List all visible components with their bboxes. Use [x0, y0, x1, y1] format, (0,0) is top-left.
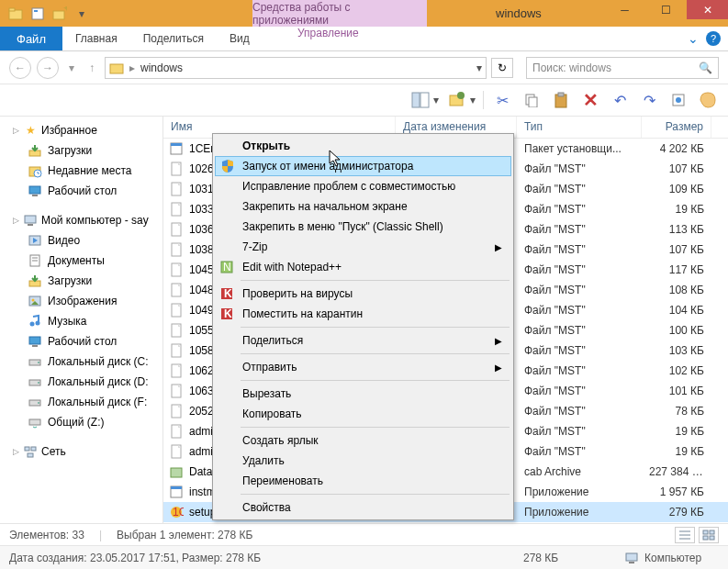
menu-item[interactable]: Отправить▶: [215, 357, 511, 377]
sidebar-item[interactable]: Общий (Z:): [0, 412, 162, 432]
delete-icon[interactable]: ✕: [579, 89, 601, 111]
column-type[interactable]: Тип: [517, 117, 642, 138]
navigation-bar: ← → ▾ ↑ ▸ windows ▾ ↻ Поиск: windows 🔍: [0, 51, 728, 84]
sidebar-item[interactable]: Загрузки: [0, 271, 162, 291]
layout-dropdown-icon[interactable]: ▾: [433, 94, 439, 106]
sidebar-item[interactable]: Локальный диск (F:: [0, 392, 162, 412]
menu-item[interactable]: Закрепить в меню "Пуск" (Classic Shell): [215, 217, 511, 237]
file-type: Файл "MST": [517, 324, 642, 337]
organize-dropdown-icon[interactable]: ▾: [470, 94, 476, 106]
file-icon: [169, 182, 184, 196]
paste-icon[interactable]: [550, 89, 572, 111]
quick-access-toolbar: ✦ ▾: [0, 4, 92, 24]
sidebar-item[interactable]: Музыка: [0, 311, 162, 331]
drive-icon: [28, 374, 42, 389]
sidebar-item[interactable]: Загрузки: [0, 140, 162, 161]
menu-item[interactable]: KПоместить на карантин: [215, 304, 511, 324]
organize-icon[interactable]: [446, 89, 468, 111]
sidebar-item[interactable]: Рабочий стол: [0, 331, 162, 351]
svg-point-30: [32, 299, 35, 302]
svg-point-38: [38, 382, 39, 384]
column-size[interactable]: Размер: [642, 117, 711, 138]
tab-home[interactable]: Главная: [62, 27, 130, 50]
tab-view[interactable]: Вид: [217, 27, 263, 50]
ribbon-expand-icon[interactable]: ⌄: [688, 31, 699, 46]
file-tab[interactable]: Файл: [0, 27, 62, 50]
details-view-button[interactable]: [675, 527, 695, 543]
context-menu: ОткрытьЗапуск от имени администратораИсп…: [212, 133, 514, 520]
svg-rect-46: [171, 143, 182, 146]
menu-item[interactable]: Переименовать: [215, 471, 511, 491]
sidebar-item[interactable]: Видео: [0, 230, 162, 251]
tab-share[interactable]: Поделиться: [130, 27, 217, 50]
new-folder-icon[interactable]: ✦: [50, 4, 70, 24]
menu-item[interactable]: Закрепить на начальном экране: [215, 196, 511, 217]
menu-item[interactable]: Поделиться▶: [215, 330, 511, 351]
sidebar-item[interactable]: Локальный диск (D:: [0, 372, 162, 392]
minimize-button[interactable]: ─: [604, 0, 645, 19]
recent-locations-icon[interactable]: ▾: [64, 61, 79, 75]
tab-manage[interactable]: Управление: [285, 27, 372, 39]
layout-icon[interactable]: [409, 89, 431, 111]
sidebar-item[interactable]: Изображения: [0, 291, 162, 311]
svg-rect-34: [32, 345, 38, 347]
search-input[interactable]: Поиск: windows 🔍: [526, 57, 719, 79]
refresh-button[interactable]: ↻: [491, 58, 513, 78]
menu-item[interactable]: Удалить: [215, 451, 511, 471]
menu-item[interactable]: Исправление проблем с совместимостью: [215, 176, 511, 196]
address-bar[interactable]: ▸ windows ▾: [105, 57, 487, 79]
menu-item[interactable]: 7-Zip▶: [215, 237, 511, 257]
sidebar-item-label: Загрузки: [48, 144, 92, 157]
menu-item[interactable]: Открыть: [215, 136, 511, 156]
shell-icon[interactable]: [697, 89, 719, 111]
properties-icon[interactable]: [667, 89, 689, 111]
pics-icon: [28, 294, 42, 308]
sidebar-item[interactable]: Рабочий стол: [0, 181, 162, 201]
breadcrumb-sep[interactable]: ▸: [129, 61, 135, 74]
back-button[interactable]: ←: [9, 57, 31, 79]
search-icon: 🔍: [699, 61, 712, 74]
menu-item[interactable]: Запуск от имени администратора: [215, 156, 511, 176]
sidebar-computer[interactable]: ▷ Мой компьютер - say: [0, 210, 162, 230]
file-icon: [169, 363, 184, 378]
sidebar-item[interactable]: Локальный диск (C:: [0, 351, 162, 372]
table-row[interactable]: Setup28.09.2016 10:11Параметры конф...3 …: [163, 522, 728, 523]
status-bar: Элементов: 33 | Выбран 1 элемент: 278 КБ: [0, 523, 728, 545]
menu-item-label: Удалить: [242, 454, 285, 467]
file-icon: [169, 222, 184, 237]
redo-icon[interactable]: ↷: [638, 89, 660, 111]
file-type: Файл "MST": [517, 243, 642, 256]
sidebar-item-label: Локальный диск (D:: [48, 375, 149, 388]
undo-icon[interactable]: ↶: [609, 89, 631, 111]
menu-item[interactable]: Свойства: [215, 497, 511, 518]
menu-item[interactable]: KПроверить на вирусы: [215, 284, 511, 304]
menu-item-label: Копировать: [242, 407, 302, 420]
breadcrumb-dropdown-icon[interactable]: ▾: [476, 61, 482, 74]
icons-view-button[interactable]: [699, 527, 719, 543]
properties-icon[interactable]: [28, 4, 48, 24]
menu-item[interactable]: Вырезать: [215, 384, 511, 404]
exe-icon: [169, 141, 184, 156]
file-size: 101 КБ: [642, 385, 711, 397]
qat-dropdown-icon[interactable]: ▾: [72, 4, 92, 24]
svg-rect-1: [9, 8, 15, 11]
maximize-button[interactable]: ☐: [645, 0, 687, 19]
close-button[interactable]: ✕: [687, 0, 728, 19]
file-size: 113 КБ: [642, 223, 711, 236]
file-type: Файл "MST": [517, 304, 642, 317]
help-icon[interactable]: ?: [706, 31, 721, 46]
up-button[interactable]: ↑: [84, 61, 99, 75]
sidebar-favorites[interactable]: ▷ ★ Избранное: [0, 120, 162, 140]
sidebar-network[interactable]: ▷ Сеть: [0, 441, 162, 462]
menu-item[interactable]: Создать ярлык: [215, 430, 511, 451]
menu-item[interactable]: Копировать: [215, 404, 511, 424]
menu-item[interactable]: NEdit with Notepad++: [215, 257, 511, 277]
sidebar-item[interactable]: Недавние места: [0, 161, 162, 181]
file-icon: [169, 242, 184, 257]
cut-icon[interactable]: ✂: [491, 89, 513, 111]
copy-icon[interactable]: [521, 89, 543, 111]
forward-button[interactable]: →: [37, 57, 59, 79]
breadcrumb[interactable]: windows: [140, 61, 183, 74]
file-icon: [169, 262, 184, 277]
sidebar-item[interactable]: Документы: [0, 251, 162, 271]
